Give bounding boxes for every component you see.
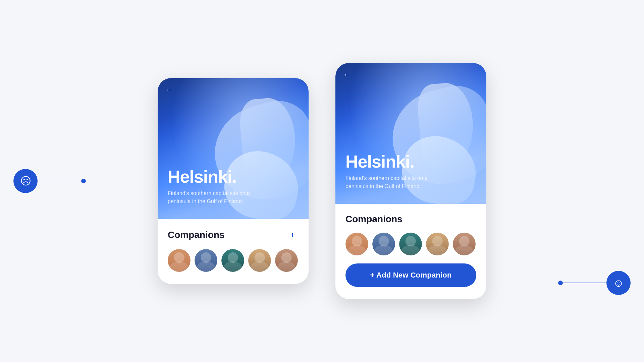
left-card-body: Companions + [158, 219, 309, 284]
right-city-description: Finland's southern capital sits on a pen… [345, 174, 433, 190]
annotation-left: ☹ [13, 169, 86, 193]
page-wrapper: ☹ ← Helsinki. Finland's southern capital… [0, 0, 644, 362]
sad-face-circle: ☹ [13, 169, 38, 193]
happy-face-circle: ☺ [606, 271, 631, 295]
add-new-companion-button[interactable]: + Add New Companion [345, 263, 476, 287]
right-avatar-2[interactable] [372, 233, 395, 255]
left-avatar-5[interactable] [275, 249, 298, 272]
left-city-description: Finland's southern capital sits on a pen… [168, 189, 255, 205]
sad-face-icon: ☹ [20, 176, 31, 186]
left-city-title: Helsinki. [168, 168, 255, 185]
right-companions-header: Companions [345, 214, 476, 225]
annotation-line-right [563, 283, 606, 283]
right-back-button[interactable]: ← [343, 71, 351, 78]
right-phone-card: ← Helsinki. Finland's southern capital s… [335, 63, 486, 299]
left-phone-card: ← Helsinki. Finland's southern capital s… [158, 78, 309, 284]
annotation-line-left [38, 181, 81, 181]
annotation-dot-right [558, 281, 563, 285]
left-back-button[interactable]: ← [166, 86, 173, 94]
left-add-companion-icon-button[interactable]: + [286, 229, 299, 241]
right-avatar-1[interactable] [345, 233, 368, 255]
left-avatar-2[interactable] [195, 249, 217, 272]
right-companions-title: Companions [345, 214, 402, 225]
left-avatar-4[interactable] [248, 249, 271, 272]
right-card-body: Companions + Add New Compani [335, 204, 486, 299]
annotation-right: ☺ [558, 271, 631, 295]
left-avatar-1[interactable] [168, 249, 191, 272]
left-companions-title: Companions [168, 230, 225, 240]
right-hero: ← Helsinki. Finland's southern capital s… [335, 63, 486, 204]
happy-face-icon: ☺ [613, 278, 624, 288]
annotation-dot-left [81, 179, 86, 183]
left-hero: ← Helsinki. Finland's southern capital s… [158, 78, 309, 219]
right-city-title: Helsinki. [345, 153, 433, 170]
left-hero-text: Helsinki. Finland's southern capital sit… [168, 168, 255, 205]
right-avatar-4[interactable] [426, 233, 449, 255]
left-companions-header: Companions + [168, 229, 299, 241]
left-avatars-row [168, 249, 299, 272]
right-avatars-row [345, 233, 476, 255]
right-avatar-3[interactable] [399, 233, 422, 255]
right-hero-text: Helsinki. Finland's southern capital sit… [345, 153, 433, 190]
right-avatar-5[interactable] [453, 233, 476, 255]
left-avatar-3[interactable] [221, 249, 244, 272]
